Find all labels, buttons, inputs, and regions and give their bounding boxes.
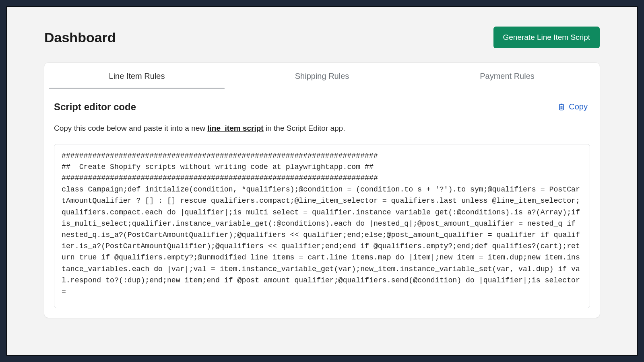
- tab-label: Line Item Rules: [109, 72, 165, 80]
- tab-line-item-rules[interactable]: Line Item Rules: [44, 63, 229, 89]
- clipboard-icon: [557, 103, 566, 111]
- instruction-post: in the Script Editor app.: [264, 124, 345, 132]
- line-item-script-link[interactable]: line_item script: [207, 124, 263, 132]
- svg-rect-1: [561, 103, 563, 105]
- copy-button[interactable]: Copy: [555, 101, 590, 113]
- card-body: Script editor code: [44, 89, 600, 318]
- tab-label: Shipping Rules: [295, 72, 349, 80]
- copy-label: Copy: [569, 102, 588, 111]
- tab-label: Payment Rules: [480, 72, 535, 80]
- rules-card: Line Item Rules Shipping Rules Payment R…: [44, 63, 600, 318]
- instruction-text: Copy this code below and paste it into a…: [54, 123, 590, 134]
- instruction-pre: Copy this code below and paste it into a…: [54, 124, 207, 132]
- code-output[interactable]: ########################################…: [54, 144, 590, 308]
- section-head: Script editor code: [54, 101, 590, 113]
- app-canvas: Dashboard Generate Line Item Script Line…: [6, 6, 638, 356]
- content-wrap: Dashboard Generate Line Item Script Line…: [7, 7, 637, 318]
- generate-script-button[interactable]: Generate Line Item Script: [493, 27, 600, 48]
- app-frame: Dashboard Generate Line Item Script Line…: [0, 0, 644, 362]
- page-title: Dashboard: [44, 30, 116, 45]
- tab-payment-rules[interactable]: Payment Rules: [415, 63, 600, 89]
- section-title: Script editor code: [54, 101, 136, 113]
- tab-shipping-rules[interactable]: Shipping Rules: [229, 63, 415, 89]
- tabs-row: Line Item Rules Shipping Rules Payment R…: [44, 63, 600, 89]
- header-row: Dashboard Generate Line Item Script: [44, 27, 600, 48]
